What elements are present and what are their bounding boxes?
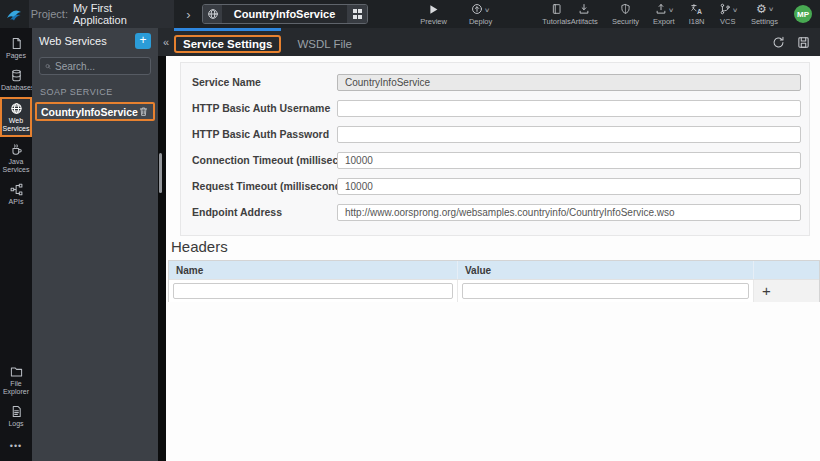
vcs-button[interactable]: ∨ VCS — [719, 0, 737, 28]
i18n-button[interactable]: A I18N — [689, 0, 705, 28]
topbar-right-actions: Artifacts Security ∨ Export A I18N ∨ — [571, 0, 820, 28]
field-label-username: HTTP Basic Auth Username — [192, 102, 330, 114]
basic-auth-password-input[interactable] — [337, 126, 801, 143]
search-input[interactable] — [55, 61, 145, 72]
project-name: My First Application — [73, 2, 162, 26]
column-header-value: Value — [458, 261, 754, 279]
artifacts-button[interactable]: Artifacts — [571, 0, 598, 28]
download-icon — [578, 3, 590, 16]
add-header-row-button[interactable]: + — [762, 284, 771, 298]
header-name-input[interactable] — [173, 283, 453, 299]
field-label-password: HTTP Basic Auth Password — [192, 128, 329, 140]
header-entry-row: + — [169, 279, 819, 302]
field-label-service-name: Service Name — [192, 76, 261, 88]
caret-down-icon: ∨ — [768, 3, 774, 15]
basic-auth-username-input[interactable] — [337, 100, 801, 117]
rail-item-file-explorer[interactable]: File Explorer — [0, 361, 32, 399]
rail-item-apis[interactable]: APIs — [0, 179, 32, 209]
left-icon-rail: Pages Databases Web Services Java Servic… — [0, 28, 32, 461]
coffee-cup-icon — [10, 143, 23, 156]
service-list-item[interactable]: CountryInfoService — [35, 102, 155, 121]
shield-icon — [620, 3, 631, 16]
service-name-input — [337, 74, 801, 91]
service-search-box[interactable] — [39, 57, 151, 75]
current-service-chip[interactable]: CountryInfoService — [202, 4, 368, 24]
tutorials-button[interactable]: Tutorials — [542, 0, 570, 28]
security-button[interactable]: Security — [612, 0, 639, 28]
connection-timeout-input[interactable] — [337, 152, 801, 169]
search-icon — [45, 62, 51, 71]
rail-item-logs[interactable]: Logs — [0, 401, 32, 431]
breadcrumb-chevron-icon: › — [186, 7, 190, 22]
topbar-left-actions: Preview ∨ Deploy Tutorials — [420, 0, 571, 28]
refresh-button[interactable] — [772, 36, 785, 49]
rail-item-web-services[interactable]: Web Services — [0, 97, 32, 137]
current-service-name: CountryInfoService — [222, 8, 347, 20]
endpoint-address-input[interactable] — [337, 204, 801, 221]
service-settings-content: Service Name HTTP Basic Auth Username HT… — [166, 56, 820, 461]
top-bar: Project: My First Application › CountryI… — [0, 0, 820, 28]
headers-table: Name Value + — [168, 260, 820, 302]
caret-down-icon: ∨ — [485, 6, 491, 13]
api-connector-icon — [10, 183, 23, 196]
user-avatar[interactable]: MP — [794, 5, 812, 23]
request-timeout-input[interactable] — [337, 178, 801, 195]
service-item-name: CountryInfoService — [41, 106, 138, 118]
project-label: Project: — [31, 8, 68, 20]
service-tab-bar: « Service Settings WSDL File — [158, 28, 820, 56]
collapse-panel-button[interactable]: « — [158, 28, 174, 56]
delete-service-button[interactable] — [138, 106, 149, 117]
service-settings-form: Service Name HTTP Basic Auth Username HT… — [180, 62, 810, 236]
refresh-icon — [772, 36, 785, 49]
book-icon — [551, 3, 562, 16]
field-label-request-timeout: Request Timeout (milliseconds) — [192, 180, 351, 192]
export-button[interactable]: ∨ Export — [653, 0, 675, 28]
log-file-icon — [10, 405, 23, 418]
column-header-actions — [754, 261, 819, 279]
app-logo[interactable] — [0, 0, 29, 28]
database-icon — [10, 69, 23, 82]
headers-section-title: Headers — [171, 238, 228, 255]
branch-icon — [719, 3, 731, 15]
globe-icon — [203, 5, 221, 23]
caret-down-icon: ∨ — [732, 6, 738, 13]
web-services-panel: Web Services + SOAP SERVICE CountryInfoS… — [32, 28, 158, 461]
tab-wsdl-file[interactable]: WSDL File — [297, 28, 352, 56]
folder-icon — [10, 365, 23, 378]
panel-divider — [158, 56, 166, 461]
column-header-name: Name — [169, 261, 458, 279]
header-value-input[interactable] — [462, 283, 749, 299]
trash-icon — [138, 106, 149, 117]
grid-icon — [353, 9, 363, 19]
soap-service-section-label: SOAP SERVICE — [40, 87, 150, 97]
panel-scrollbar-thumb[interactable] — [159, 153, 162, 193]
rail-item-pages[interactable]: Pages — [0, 33, 32, 63]
headers-table-header-row: Name Value — [169, 261, 819, 279]
play-icon — [428, 3, 439, 16]
rail-item-databases[interactable]: Databases — [0, 65, 32, 95]
tab-service-settings[interactable]: Service Settings — [174, 28, 281, 56]
rail-item-java-services[interactable]: Java Services — [0, 139, 32, 177]
page-icon — [10, 37, 23, 50]
service-switcher-button[interactable] — [347, 5, 367, 23]
upload-icon — [655, 3, 667, 15]
preview-button[interactable]: Preview — [420, 0, 447, 28]
globe-icon — [10, 102, 23, 115]
translate-icon: A — [690, 3, 703, 16]
caret-down-icon: ∨ — [668, 6, 674, 13]
panel-title: Web Services — [39, 35, 107, 47]
project-breadcrumb[interactable]: Project: My First Application — [29, 0, 174, 28]
more-options-button[interactable]: ••• — [0, 433, 32, 461]
add-service-button[interactable]: + — [135, 33, 151, 49]
svg-text:A: A — [697, 8, 702, 15]
wavemaker-logo-icon — [5, 5, 23, 23]
save-icon — [797, 36, 810, 49]
field-label-endpoint-address: Endpoint Address — [192, 206, 282, 218]
save-button[interactable] — [797, 36, 810, 49]
gear-icon: ⚙ — [756, 3, 767, 15]
settings-button[interactable]: ⚙ ∨ Settings — [751, 0, 778, 28]
deploy-up-icon — [471, 3, 483, 15]
deploy-button[interactable]: ∨ Deploy — [469, 0, 492, 28]
